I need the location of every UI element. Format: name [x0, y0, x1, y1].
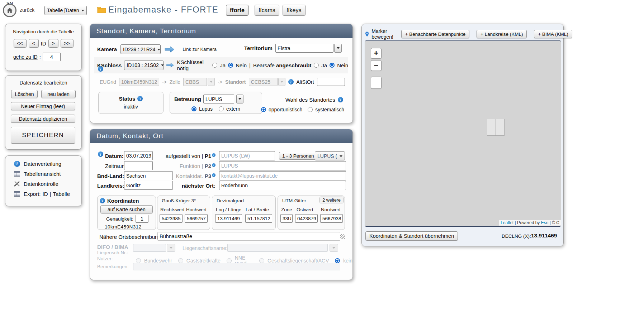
- nutzer-label: Nutzer:: [97, 256, 113, 261]
- new-entry-button[interactable]: Neuer Eintrag (leer): [11, 102, 75, 110]
- export-id-link[interactable]: ID: [43, 191, 48, 197]
- utm-box: UTM-Gitter 2 weitere Zone Ostwert Nordwe…: [278, 196, 345, 230]
- duplicate-button[interactable]: Datensatz duplizieren: [11, 115, 75, 123]
- arrow-right-icon[interactable]: [166, 62, 174, 68]
- bearsafe-nein-radio[interactable]: [330, 63, 335, 68]
- save-button[interactable]: SPEICHERN: [11, 127, 75, 144]
- territorium-dropdown-button[interactable]: [334, 44, 342, 53]
- nordwert-input[interactable]: 5667938: [320, 214, 343, 223]
- nav-id-label: ID: [41, 40, 46, 47]
- koordinaten-uebernehmen-button[interactable]: Koordinaten & Standort übernehmen: [365, 231, 458, 241]
- betreuung-input[interactable]: LUPUS: [203, 95, 234, 103]
- lat-input[interactable]: 51.157812: [245, 214, 272, 223]
- zone-input[interactable]: 33U: [280, 214, 293, 223]
- genauigkeit-input[interactable]: 1: [136, 215, 148, 223]
- map-zoom-in-button[interactable]: +: [371, 48, 382, 59]
- koordinaten-label: Koordinaten: [107, 198, 139, 204]
- goto-id-input[interactable]: 4: [43, 53, 61, 61]
- nav-next-button[interactable]: >: [48, 39, 58, 48]
- kschluessel-ja-radio[interactable]: [212, 63, 217, 68]
- bearsafe-ja-radio[interactable]: [314, 63, 319, 68]
- chevron-down-icon: [161, 64, 164, 68]
- info-icon[interactable]: i: [212, 173, 216, 177]
- goto-id-link[interactable]: gehe zu ID: [13, 54, 38, 60]
- territorium-input[interactable]: Elstra: [275, 44, 333, 53]
- kamera-select-value: ID239 : 21R24: [123, 47, 155, 52]
- opportunistisch-radio[interactable]: [261, 107, 266, 112]
- p3-label: Kontaktdat. P3i: [144, 173, 216, 179]
- opportunistisch-label: opportunistisch: [269, 107, 302, 112]
- info-icon[interactable]: i: [98, 151, 103, 157]
- app-tab-ffkeys[interactable]: ffkeys: [283, 5, 306, 16]
- info-icon: i: [14, 161, 20, 167]
- leaflet-link[interactable]: Leaflet: [501, 220, 513, 225]
- info-icon[interactable]: i: [212, 163, 216, 167]
- chevron-down-icon: [340, 155, 342, 159]
- nav-prev-button[interactable]: <: [29, 39, 39, 48]
- resize-grip-icon[interactable]: [340, 234, 345, 239]
- lng-input[interactable]: 13.911469: [215, 214, 242, 223]
- personen-button[interactable]: 1 - 3 Personen: [279, 152, 317, 160]
- nordwert-label: Nordwert: [321, 207, 341, 212]
- betreuung-dropdown-button[interactable]: [236, 95, 243, 103]
- landkreise-kml-button[interactable]: + Landkreise (KML): [477, 30, 527, 38]
- home-icon[interactable]: [3, 4, 16, 17]
- kamera-select[interactable]: ID239 : 21R24: [120, 44, 161, 54]
- map-extent-button[interactable]: [371, 77, 382, 89]
- app-tab-ffcams[interactable]: ffcams: [255, 5, 279, 16]
- p1-select[interactable]: LUPUS (LW: [315, 151, 345, 160]
- ort-input[interactable]: Röderbrunn: [219, 181, 346, 190]
- systematisch-radio[interactable]: [308, 107, 313, 112]
- arrow-right-icon[interactable]: [164, 46, 175, 53]
- tools-item-export: Export: ID | Tabelle: [14, 191, 70, 197]
- p3-input[interactable]: kontakt@lupus-institut.de: [219, 171, 346, 180]
- ostwert-input[interactable]: 0423879: [295, 214, 318, 223]
- utm-more-button[interactable]: 2 weitere: [319, 197, 344, 203]
- map-attribution: Leaflet | Powered by Esri | © C: [499, 220, 561, 226]
- kschloss-select[interactable]: ID103 : 21S02: [124, 61, 164, 70]
- bearsafe-bold-label: angeschraubt: [276, 62, 311, 68]
- rechtswert-input[interactable]: 5423985: [160, 214, 183, 223]
- p1-input[interactable]: LUPUS (LW): [219, 151, 275, 160]
- navigation-panel: Navigation durch die Tabelle << < ID > >…: [5, 24, 82, 71]
- export-table-link[interactable]: Tabelle: [53, 191, 70, 197]
- hochwert-input[interactable]: 5669757: [185, 214, 208, 223]
- back-link[interactable]: zurück: [20, 7, 34, 13]
- bima-kml-button[interactable]: + BIMA (KML): [534, 30, 572, 38]
- p2-input[interactable]: LUPUS: [219, 161, 346, 170]
- info-icon[interactable]: i: [98, 66, 103, 72]
- info-icon[interactable]: i: [100, 198, 105, 203]
- esri-link[interactable]: Esri: [541, 220, 549, 225]
- delete-button[interactable]: Löschen: [11, 90, 38, 98]
- table-select[interactable]: Tabelle [Datens: [44, 6, 87, 15]
- altstort-input[interactable]: [317, 78, 345, 86]
- nutzer-kein-radio[interactable]: [335, 258, 340, 263]
- betreuung-extern-label: extern: [226, 106, 240, 112]
- tools-item-datenverteilung[interactable]: i Datenverteilung: [14, 161, 61, 167]
- map-zoom-out-button[interactable]: −: [371, 60, 382, 71]
- betreuung-extern-radio[interactable]: [219, 106, 224, 111]
- betreuung-lupus-radio[interactable]: [191, 106, 196, 111]
- info-icon[interactable]: i: [338, 97, 343, 102]
- ostwert-label: Ostwert: [297, 207, 313, 212]
- kschluessel-nein-radio[interactable]: [228, 63, 233, 68]
- reload-button[interactable]: neu laden: [41, 90, 76, 98]
- nav-last-button[interactable]: >>: [61, 39, 74, 48]
- beschreibung-input[interactable]: Bühnaustraße: [157, 232, 340, 241]
- declng-label: DECLNG (X):: [502, 233, 531, 239]
- nutzer-geschaeftsliegenschaft-radio: [259, 258, 264, 263]
- tools-item-datenkontrolle[interactable]: Datenkontrolle: [14, 181, 58, 187]
- karte-suchen-button[interactable]: auf Karte suchen: [100, 205, 153, 213]
- app-tab-fforte[interactable]: fforte: [226, 5, 248, 16]
- nav-first-button[interactable]: <<: [14, 39, 27, 48]
- map-canvas[interactable]: + − Leaflet | Powered by Esri | © C: [365, 40, 561, 227]
- info-icon[interactable]: i: [212, 153, 216, 157]
- info-icon[interactable]: i: [137, 96, 143, 101]
- altstort-label: AltStOrt: [297, 79, 314, 85]
- p1-select-value: LUPUS (LW: [317, 153, 337, 159]
- datenpunkte-button[interactable]: + Benachbarte Datenpunkte: [401, 30, 470, 38]
- map-marker-icon: [365, 30, 369, 38]
- info-icon[interactable]: i: [288, 79, 294, 85]
- zelle-input: CBBS: [183, 78, 207, 86]
- tools-item-tabellenansicht[interactable]: Tabellenansicht: [14, 171, 61, 177]
